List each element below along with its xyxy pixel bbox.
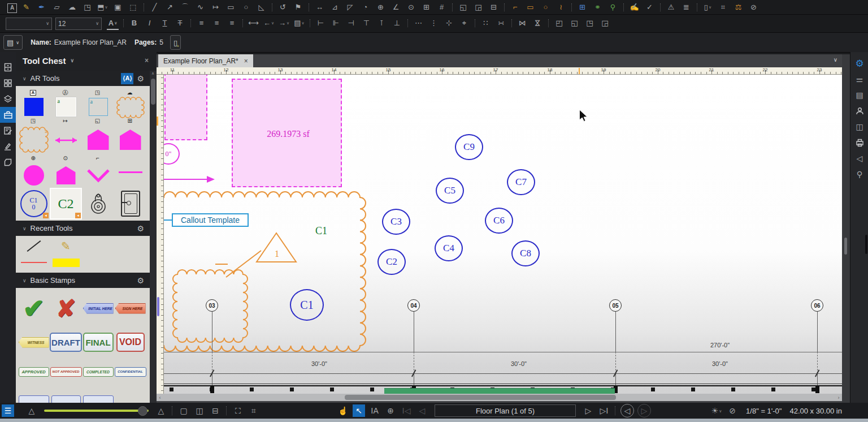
tool-properties-button[interactable]: ⟨A⟩ [121, 73, 133, 84]
tool-cloud-callout[interactable]: ◳a [18, 119, 50, 154]
flag-large-icon[interactable]: △ [155, 404, 167, 417]
tool-line-magenta[interactable] [114, 156, 146, 188]
stamp-sign-here[interactable]: SIGN HERE [114, 291, 146, 325]
stamp-x[interactable]: ✘ [50, 291, 82, 325]
split-horizontal-icon[interactable]: ⊟ [209, 404, 222, 417]
italic-icon[interactable]: I [144, 18, 155, 29]
polyline-icon[interactable]: ∿ [194, 2, 206, 13]
zoom-slider[interactable] [44, 410, 149, 412]
file-menu-button[interactable]: ▤∨ [3, 35, 23, 50]
line-icon[interactable]: ╱ [149, 2, 160, 13]
callout-bubble[interactable]: C9 [455, 134, 483, 160]
stamp-approved[interactable]: APPROVED [18, 360, 50, 383]
file-access-rail-button[interactable] [0, 59, 16, 75]
tool-cloud[interactable]: ☁ [114, 91, 146, 118]
crop-icon[interactable]: ⌗ [717, 2, 729, 13]
callout-bubble[interactable]: C6 [485, 208, 513, 234]
tool-area[interactable]: ◱ [82, 119, 114, 154]
page-indicator[interactable]: Floor Plan (1 of 5) [435, 404, 576, 417]
align-right-icon[interactable]: ≡ [226, 18, 238, 29]
tool-door-hardware[interactable] [82, 188, 114, 219]
area-cutout-alt-icon[interactable]: ◲ [472, 2, 484, 13]
bookmarks-rail-button[interactable]: ▤ [850, 88, 868, 102]
strikethrough-icon[interactable]: T [174, 18, 186, 29]
certify-icon[interactable]: ✓ [644, 2, 656, 13]
arc-icon[interactable]: ⌒ [179, 2, 191, 13]
arrow-start-icon[interactable]: ←∨ [263, 18, 275, 29]
zoom-icon[interactable]: ⊕ [384, 404, 397, 417]
tab-close-icon[interactable]: × [244, 57, 248, 65]
align-objects-right-icon[interactable]: ⊣ [345, 18, 357, 29]
callout-icon[interactable]: ◳ [81, 2, 93, 13]
print-rail-button[interactable] [850, 135, 868, 150]
flip-horizontal-icon[interactable]: ⋈ [517, 18, 528, 29]
select-icon[interactable]: ↖ [353, 404, 365, 417]
layouts-rail-button[interactable]: ◫ [850, 119, 868, 134]
fit-width-icon[interactable]: ⌗ [248, 404, 260, 417]
area-markup-small[interactable] [164, 75, 207, 140]
ellipse-icon[interactable]: ○ [240, 2, 252, 13]
markup-apply-icon[interactable]: ≣ [680, 2, 692, 13]
disable-markup-icon[interactable]: ⊘ [726, 404, 739, 417]
image-icon[interactable]: ▣ [112, 2, 124, 13]
snapshot-icon[interactable]: ⬚ [127, 2, 139, 13]
split-vertical-icon[interactable]: ◫ [193, 404, 206, 417]
callout-bubble[interactable]: C1 [290, 289, 324, 321]
area-cutout-icon[interactable]: ◱ [457, 2, 469, 13]
callout-bubble[interactable]: C4 [435, 235, 463, 261]
scroll-right-icon[interactable]: › [835, 394, 842, 401]
tool-chest-rail-button[interactable] [0, 107, 16, 123]
zoom-slider-thumb[interactable] [138, 406, 147, 416]
fit-page-icon[interactable]: ⛶ [232, 404, 244, 417]
snap-to-grid-icon[interactable]: ∷ [480, 18, 492, 29]
weight-icon[interactable]: ⚖ [732, 2, 744, 13]
place-pin-icon[interactable]: ⚲ [607, 2, 619, 13]
font-size-select[interactable]: 12∨ [55, 18, 102, 30]
first-page-icon[interactable]: Ⅰ◁ [400, 404, 413, 417]
stamp-not-approved[interactable]: NOT APPROVED [50, 360, 82, 383]
vscrollbar-thumb[interactable] [844, 238, 847, 255]
spaces-add-icon[interactable]: ⊞ [576, 2, 588, 13]
new-page-icon[interactable]: ▯∨ [702, 2, 714, 13]
thumbnails-rail-button[interactable] [0, 75, 16, 91]
gear-icon[interactable]: ⚙ [137, 74, 144, 83]
cloud-icon[interactable]: ☁ [66, 2, 78, 13]
measure-polylength-icon[interactable]: ⊿ [329, 2, 341, 13]
tool-text-region[interactable]: A [18, 91, 50, 118]
pan-icon[interactable]: ☝ [337, 404, 349, 417]
align-objects-top-icon[interactable]: ⊤ [361, 18, 372, 29]
bring-to-front-icon[interactable]: ◳ [584, 18, 596, 29]
text-box-icon[interactable]: A [7, 3, 17, 13]
stamp-partial[interactable] [18, 394, 50, 403]
previous-view-icon[interactable]: ◁ [620, 404, 634, 417]
scroll-left-icon[interactable]: ‹ [157, 394, 163, 401]
recent-line-tool[interactable] [18, 237, 50, 255]
measure-perimeter-icon[interactable]: ◸ [344, 2, 356, 13]
stamp-confidential[interactable]: CONFIDENTIAL [114, 360, 146, 383]
scale-indicator[interactable]: 1/8" = 1'-0" [746, 407, 782, 415]
single-pane-icon[interactable]: ▢ [177, 404, 190, 417]
last-page-icon[interactable]: ▷Ⅰ [598, 404, 610, 417]
tool-polyline-magenta[interactable]: ⌐ [82, 156, 114, 188]
sign-icon[interactable]: ✍ [628, 2, 640, 13]
move-icon[interactable]: ⊹ [443, 18, 455, 29]
tool-volume[interactable]: ⊞ [114, 119, 146, 154]
polygon-cut-icon[interactable]: ⌐ [509, 2, 521, 13]
chevron-down-icon[interactable]: ∨ [70, 58, 74, 63]
markup-alert-icon[interactable]: ⚠ [665, 2, 677, 13]
callout-bubble[interactable]: C7 [507, 169, 535, 195]
tool-dimension[interactable]: ↦ [50, 119, 82, 154]
gear-icon[interactable]: ⚙ [137, 224, 144, 233]
rail-scrollbar-thumb[interactable] [865, 235, 867, 254]
layers-rail-button[interactable] [0, 91, 16, 107]
stamp-final[interactable]: FINAL [82, 326, 114, 358]
polygon-icon[interactable]: ◺ [255, 2, 267, 13]
tool-door[interactable] [114, 188, 146, 219]
spaces-rail-button[interactable] [0, 154, 16, 170]
recent-red-line-tool[interactable] [18, 254, 50, 271]
flag-icon[interactable]: ⚑ [292, 2, 304, 13]
polyline-cut-icon[interactable]: ≀ [555, 2, 567, 13]
rectangle-icon[interactable]: ▭ [225, 2, 237, 13]
eraser-icon[interactable]: ▱ [51, 2, 63, 13]
dimension-icon[interactable]: ↦ [210, 2, 222, 13]
